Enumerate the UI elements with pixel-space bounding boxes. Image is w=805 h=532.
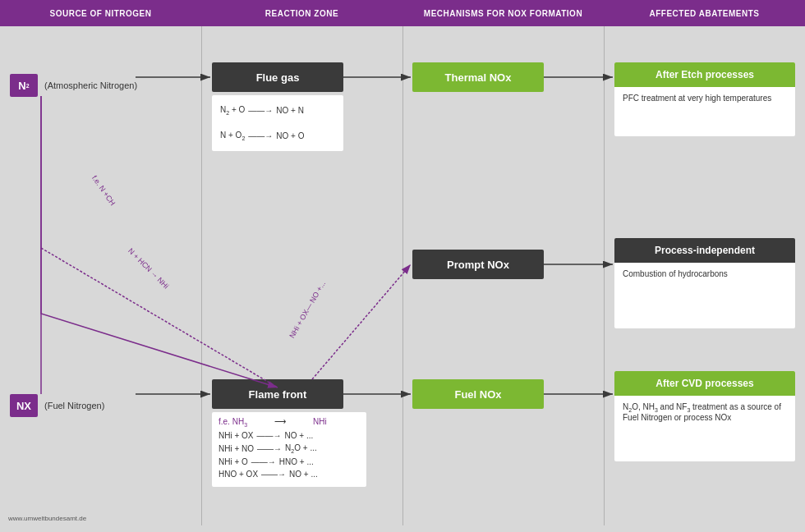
after-cvd-box: After CVD processes N2O, NH3 and NF3 tre… [614, 371, 795, 461]
flue-gas-box: Flue gas [212, 62, 343, 92]
header-col3: Mechanisms for NOx Formation [402, 8, 604, 19]
header: Source of Nitrogen Reaction Zone Mechani… [0, 0, 805, 26]
col-divider-3 [604, 26, 605, 525]
n2-source: N2 (Atmospheric Nitrogen) [10, 74, 137, 97]
eq-flue1: N2 + O ——→ NO + N [220, 105, 335, 116]
after-cvd-desc: N2O, NH3 and NF3 treatment as a source o… [614, 396, 795, 461]
flame-front-equations: f.e. NH3 ⟶ NHi NHi + OX ——→ NO + ... NHi… [212, 412, 366, 487]
nx-label: (Fuel Nitrogen) [44, 401, 104, 410]
header-col1: Source of Nitrogen [0, 9, 201, 18]
n2-box: N2 [10, 74, 38, 97]
header-col4: Affected Abatements [604, 9, 805, 18]
after-etch-title: After Etch processes [614, 62, 795, 87]
header-col2: Reaction Zone [201, 9, 402, 18]
after-etch-box: After Etch processes PFC treatment at ve… [614, 62, 795, 136]
n2-label: (Atmospheric Nitrogen) [44, 80, 137, 90]
diag-label-2: N + HCN → NHi [126, 246, 170, 290]
footer: www.umweltbundesamt.de [8, 515, 86, 522]
after-etch-desc: PFC treatment at very high temperatures [614, 87, 795, 136]
nx-source: NX (Fuel Nitrogen) [10, 394, 104, 417]
eq-flue2: N + O2 ——→ NO + O [220, 131, 335, 141]
fuel-nox-box: Fuel NOx [412, 379, 544, 409]
flue-gas-equations: N2 + O ——→ NO + N N + O2 ——→ NO + O [212, 95, 343, 151]
prompt-nox-box: Prompt NOx [412, 250, 544, 279]
col-divider-2 [402, 26, 403, 525]
nx-box: NX [10, 394, 38, 417]
process-indep-desc: Combustion of hydrocarbons [614, 263, 795, 328]
flame-label1: f.e. NH3 [218, 417, 247, 428]
flame-label2: NHi [313, 417, 327, 428]
col-divider-1 [201, 26, 202, 525]
process-indep-box: Process-independent Combustion of hydroc… [614, 238, 795, 328]
diag-label-3: NHi + OX— NO +... [288, 279, 327, 339]
process-indep-title: Process-independent [614, 238, 795, 263]
after-cvd-title: After CVD processes [614, 371, 795, 396]
diag-label-1: f.e. N +CH [90, 174, 117, 207]
main-content: N2 (Atmospheric Nitrogen) NX (Fuel Nitro… [0, 26, 805, 525]
thermal-nox-box: Thermal NOx [412, 62, 544, 92]
flame-front-box: Flame front [212, 379, 343, 409]
